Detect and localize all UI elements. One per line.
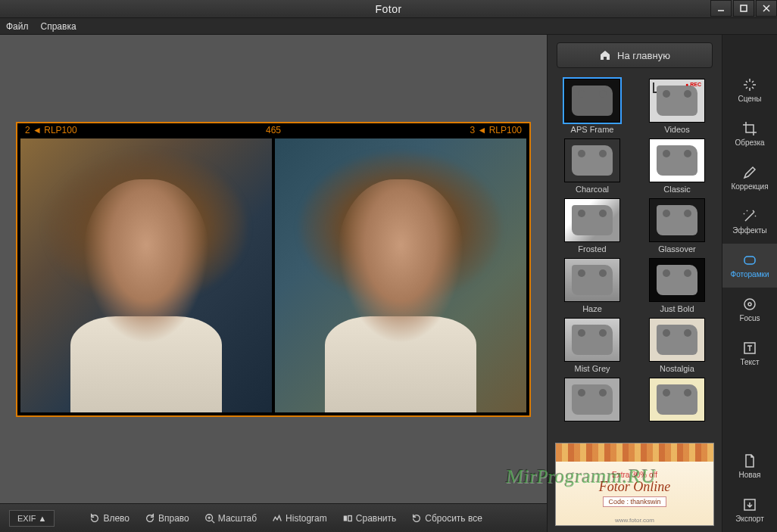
image-preview[interactable]: 2 ◄ RLP100 465 3 ◄ RLP100 <box>16 122 531 417</box>
svg-point-11 <box>744 299 755 310</box>
frame-item-blank-10[interactable] <box>555 378 629 424</box>
frame-item-blank-11[interactable] <box>640 378 714 424</box>
document-icon <box>742 453 757 468</box>
frame-item-just-bold[interactable]: Just Bold <box>640 258 714 313</box>
text-icon <box>742 341 757 356</box>
film-image-left <box>20 138 272 412</box>
sidebar-crop[interactable]: Обрезка <box>722 112 777 156</box>
frame-thumb <box>649 198 705 242</box>
film-image-right <box>275 138 526 412</box>
frame-label: Mist Grey <box>574 364 610 373</box>
svg-rect-8 <box>344 515 347 521</box>
sidebar-frames[interactable]: Фоторамки <box>722 244 777 288</box>
film-images <box>20 138 526 412</box>
histogram-button[interactable]: Histogram <box>266 510 333 527</box>
zoom-icon <box>204 513 215 524</box>
home-button-label: На главную <box>617 50 670 61</box>
frame-item-aps-frame[interactable]: APS Frame <box>555 79 629 134</box>
frame-thumb <box>649 138 705 182</box>
bottom-toolbar: EXIF ▲ Влево Вправо Масштаб Histogram Ср… <box>0 503 547 532</box>
compare-icon <box>342 513 353 524</box>
frame-label: Classic <box>663 185 690 194</box>
frame-item-nostalgia[interactable]: Nostalgia <box>640 318 714 373</box>
canvas-wrap: 2 ◄ RLP100 465 3 ◄ RLP100 EXIF ▲ <box>0 35 547 532</box>
frame-label: Videos <box>664 125 689 134</box>
effects-column: На главную APS FrameVideosCharcoalClassi… <box>548 35 722 532</box>
tool-sidebar: Сцены Обрезка Коррекция Эффекты Фоторамк… <box>722 35 777 532</box>
frame-item-videos[interactable]: Videos <box>640 79 714 134</box>
rotate-left-icon <box>89 513 100 524</box>
frame-thumb <box>564 198 620 242</box>
frame-icon <box>742 253 757 268</box>
crop-icon <box>742 121 757 136</box>
wand-icon <box>742 209 757 224</box>
app-title: Fotor <box>375 3 401 15</box>
minimize-button[interactable] <box>710 0 732 17</box>
rotate-right-icon <box>145 513 155 524</box>
film-mark-right: 3 ◄ RLP100 <box>470 125 522 137</box>
frame-thumb <box>649 378 705 422</box>
promo-decor <box>556 443 713 462</box>
sidebar-focus-label: Focus <box>739 314 760 322</box>
sidebar-scenes-label: Сцены <box>738 95 761 103</box>
frame-label: APS Frame <box>571 125 614 134</box>
compare-button[interactable]: Сравнить <box>336 510 402 527</box>
frame-thumb <box>564 378 620 422</box>
zoom-button[interactable]: Масштаб <box>198 510 263 527</box>
sidebar-frames-label: Фоторамки <box>731 270 769 278</box>
sparkle-icon <box>742 77 757 92</box>
sidebar-new[interactable]: Новая <box>722 444 777 488</box>
svg-rect-1 <box>741 5 747 11</box>
sidebar-crop-label: Обрезка <box>735 138 764 147</box>
frame-item-frosted[interactable]: Frosted <box>555 198 629 254</box>
frame-label: Frosted <box>578 244 606 254</box>
sidebar-scenes[interactable]: Сцены <box>722 68 777 112</box>
frame-item-charcoal[interactable]: Charcoal <box>555 138 629 194</box>
frame-item-haze[interactable]: Haze <box>555 258 629 313</box>
frame-item-glassover[interactable]: Glassover <box>640 198 714 254</box>
rotate-left-label: Влево <box>103 513 130 524</box>
frame-thumb <box>564 258 620 302</box>
frame-thumb <box>564 79 620 123</box>
frames-grid[interactable]: APS FrameVideosCharcoalClassicFrostedGla… <box>548 76 722 438</box>
sidebar-new-label: Новая <box>739 471 761 479</box>
promo-title: Fotor Online <box>599 479 671 495</box>
promo-code: Code : thankswin <box>603 496 666 507</box>
menu-help[interactable]: Справка <box>41 21 76 32</box>
export-icon <box>742 497 757 512</box>
sidebar-export[interactable]: Экспорт <box>722 488 777 532</box>
rotate-left-button[interactable]: Влево <box>83 510 136 527</box>
home-icon <box>599 49 611 61</box>
frame-label: Haze <box>582 304 602 313</box>
maximize-button[interactable] <box>733 0 754 17</box>
frame-thumb <box>564 318 620 362</box>
frame-item-classic[interactable]: Classic <box>640 138 714 194</box>
reset-button[interactable]: Сбросить все <box>405 510 488 527</box>
sidebar-correction[interactable]: Коррекция <box>722 156 777 200</box>
sidebar-text[interactable]: Текст <box>722 331 777 375</box>
reset-label: Сбросить все <box>425 513 482 524</box>
home-button[interactable]: На главную <box>557 42 713 68</box>
promo-banner[interactable]: Extra 30% off Fotor Online Code : thanks… <box>555 443 714 526</box>
main-area: 2 ◄ RLP100 465 3 ◄ RLP100 EXIF ▲ <box>0 35 777 532</box>
rotate-right-button[interactable]: Вправо <box>139 510 195 527</box>
frame-item-mist-grey[interactable]: Mist Grey <box>555 318 629 373</box>
sidebar-focus[interactable]: Focus <box>722 288 777 331</box>
histogram-label: Histogram <box>286 513 327 524</box>
reset-icon <box>411 513 422 524</box>
sidebar-export-label: Экспорт <box>735 515 764 523</box>
close-button[interactable] <box>756 0 777 17</box>
film-mark-mid: 465 <box>266 125 281 135</box>
exif-button[interactable]: EXIF ▲ <box>9 510 55 527</box>
menu-bar: Файл Справка <box>0 18 777 35</box>
exif-label: EXIF ▲ <box>17 514 46 523</box>
menu-file[interactable]: Файл <box>6 21 29 32</box>
frame-thumb <box>564 138 620 182</box>
sidebar-text-label: Текст <box>740 358 759 366</box>
compare-label: Сравнить <box>356 513 396 524</box>
frame-label: Charcoal <box>576 185 609 194</box>
frame-label: Nostalgia <box>660 364 694 373</box>
film-markings: 2 ◄ RLP100 465 3 ◄ RLP100 <box>17 125 529 137</box>
promo-site: www.fotor.com <box>615 517 654 524</box>
sidebar-effects[interactable]: Эффекты <box>722 200 777 244</box>
